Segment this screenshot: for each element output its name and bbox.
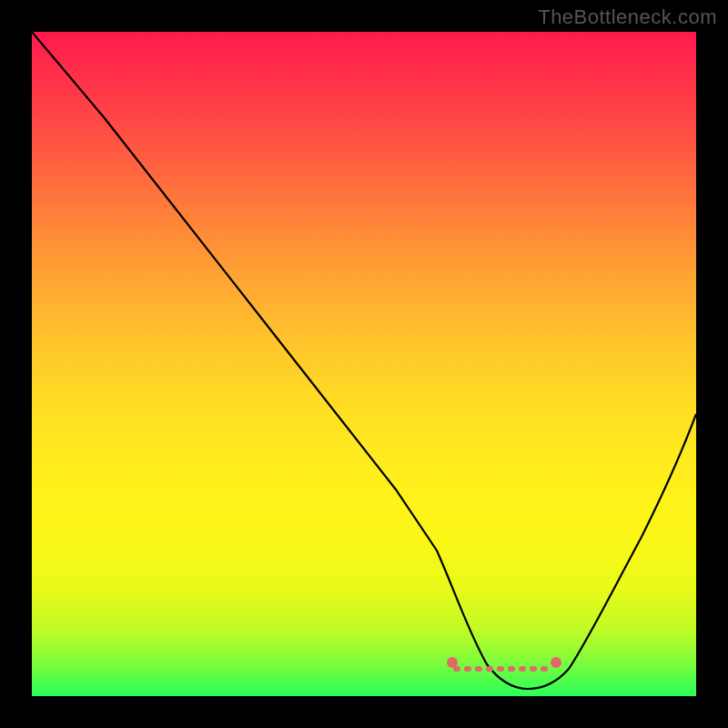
watermark-text: TheBottleneck.com bbox=[538, 5, 717, 29]
chart-svg bbox=[32, 32, 696, 696]
optimal-end-marker bbox=[551, 657, 561, 668]
chart-plot-area bbox=[32, 32, 696, 696]
bottleneck-curve-line bbox=[32, 32, 696, 689]
